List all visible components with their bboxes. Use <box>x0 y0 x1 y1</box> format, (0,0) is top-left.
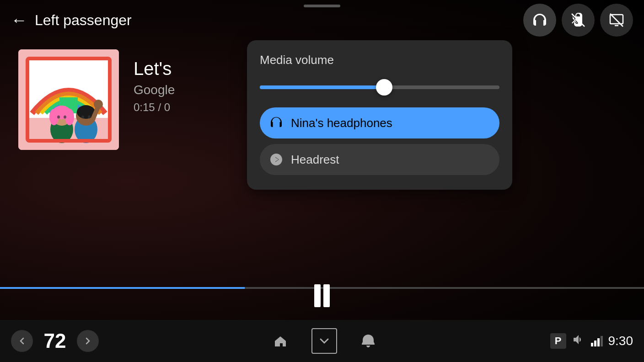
svg-rect-26 <box>601 336 603 346</box>
notifications-button[interactable] <box>355 328 381 354</box>
home-icon <box>272 333 289 349</box>
app-drawer-button[interactable] <box>311 328 337 354</box>
track-info: Let's Google 0:15 / 0 <box>134 49 175 114</box>
svg-point-13 <box>64 116 66 119</box>
back-button[interactable]: ← Left passenger <box>11 12 132 29</box>
volume-slider-thumb[interactable] <box>376 79 392 96</box>
time-display: 9:30 <box>608 334 633 348</box>
volume-slider-fill <box>260 85 384 89</box>
volume-slider-container[interactable] <box>260 76 499 98</box>
bell-icon <box>360 333 376 349</box>
svg-point-20 <box>88 116 91 119</box>
ninas-headphones-label: Nina's headphones <box>291 116 392 130</box>
svg-point-12 <box>57 116 60 119</box>
top-bar: ← Left passenger <box>0 0 644 40</box>
chevron-left-icon <box>17 336 27 346</box>
chevron-right-icon <box>83 336 92 346</box>
volume-icon <box>572 333 585 346</box>
drawer-icon <box>317 334 332 348</box>
track-title: Let's <box>134 59 175 79</box>
headrest-option[interactable]: Headrest <box>260 144 499 175</box>
temperature-display: 72 <box>11 330 99 352</box>
track-artist: Google <box>134 83 175 97</box>
screen-off-button[interactable] <box>600 4 633 37</box>
volume-status-icon <box>572 333 585 349</box>
bottom-right-status: P 9:30 <box>550 333 633 349</box>
home-button[interactable] <box>268 328 293 354</box>
headphones-button[interactable] <box>523 4 556 37</box>
microphone-muted-button[interactable] <box>562 4 595 37</box>
volume-label: Media volume <box>260 53 499 67</box>
microphone-muted-icon <box>570 12 586 28</box>
album-art-image <box>18 49 119 150</box>
ninas-headphones-option[interactable]: Nina's headphones <box>260 107 499 138</box>
page-title: Left passenger <box>35 12 132 29</box>
svg-line-3 <box>610 14 623 27</box>
track-time: 0:15 / 0 <box>134 101 175 114</box>
volume-panel: Media volume Nina's headphones Headrest <box>247 40 512 190</box>
svg-rect-23 <box>591 343 593 346</box>
svg-point-19 <box>81 116 84 119</box>
headrest-label: Headrest <box>291 153 339 167</box>
signal-bars-icon <box>590 335 603 347</box>
speaker-option-icon <box>269 152 284 167</box>
temp-decrease-button[interactable] <box>11 330 33 352</box>
svg-point-18 <box>94 100 103 109</box>
screen-off-icon <box>608 12 625 28</box>
headphones-option-icon <box>269 116 284 130</box>
park-badge: P <box>550 333 566 349</box>
volume-slider-track <box>260 85 499 89</box>
temperature-value: 72 <box>37 330 73 352</box>
bottom-bar: 72 P <box>0 320 644 362</box>
headphones-icon <box>531 12 548 28</box>
svg-rect-25 <box>597 338 600 346</box>
temp-increase-button[interactable] <box>77 330 99 352</box>
back-arrow-icon: ← <box>11 12 27 28</box>
album-art <box>18 49 119 150</box>
svg-rect-24 <box>594 341 596 346</box>
bottom-center-icons <box>268 328 381 354</box>
top-right-icons <box>523 4 633 37</box>
signal-icon <box>590 335 603 347</box>
